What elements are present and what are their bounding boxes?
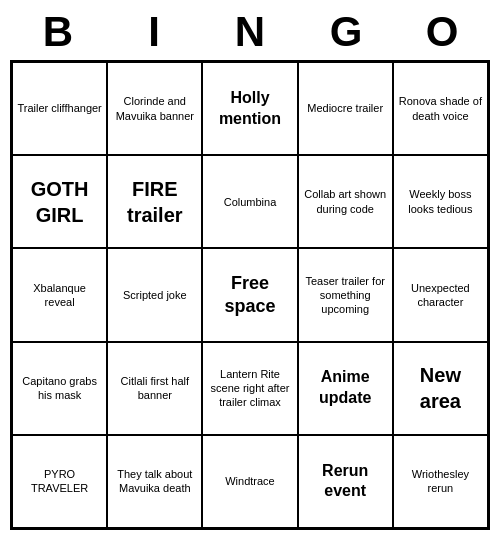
title-letter-b: B xyxy=(14,8,102,56)
bingo-cell-4[interactable]: Ronova shade of death voice xyxy=(393,62,488,155)
bingo-cell-22[interactable]: Windtrace xyxy=(202,435,297,528)
title-letter-o: O xyxy=(398,8,486,56)
title-letter-g: G xyxy=(302,8,390,56)
bingo-grid: Trailer cliffhangerClorinde and Mavuika … xyxy=(10,60,490,530)
bingo-cell-11[interactable]: Scripted joke xyxy=(107,248,202,341)
bingo-cell-13[interactable]: Teaser trailer for something upcoming xyxy=(298,248,393,341)
bingo-cell-17[interactable]: Lantern Rite scene right after trailer c… xyxy=(202,342,297,435)
bingo-cell-18[interactable]: Anime update xyxy=(298,342,393,435)
bingo-cell-15[interactable]: Capitano grabs his mask xyxy=(12,342,107,435)
title-letter-n: N xyxy=(206,8,294,56)
bingo-cell-7[interactable]: Columbina xyxy=(202,155,297,248)
bingo-cell-3[interactable]: Mediocre trailer xyxy=(298,62,393,155)
bingo-cell-12[interactable]: Free space xyxy=(202,248,297,341)
bingo-cell-14[interactable]: Unexpected character xyxy=(393,248,488,341)
bingo-cell-1[interactable]: Clorinde and Mavuika banner xyxy=(107,62,202,155)
bingo-cell-20[interactable]: PYRO TRAVELER xyxy=(12,435,107,528)
bingo-cell-21[interactable]: They talk about Mavuika death xyxy=(107,435,202,528)
bingo-cell-6[interactable]: FIRE trailer xyxy=(107,155,202,248)
title-letter-i: I xyxy=(110,8,198,56)
bingo-cell-9[interactable]: Weekly boss looks tedious xyxy=(393,155,488,248)
bingo-cell-16[interactable]: Citlali first half banner xyxy=(107,342,202,435)
bingo-cell-19[interactable]: New area xyxy=(393,342,488,435)
bingo-title: B I N G O xyxy=(10,0,490,60)
bingo-cell-8[interactable]: Collab art shown during code xyxy=(298,155,393,248)
bingo-cell-23[interactable]: Rerun event xyxy=(298,435,393,528)
bingo-cell-0[interactable]: Trailer cliffhanger xyxy=(12,62,107,155)
bingo-cell-24[interactable]: Wriothesley rerun xyxy=(393,435,488,528)
bingo-cell-2[interactable]: Holly mention xyxy=(202,62,297,155)
bingo-cell-10[interactable]: Xbalanque reveal xyxy=(12,248,107,341)
bingo-cell-5[interactable]: GOTH GIRL xyxy=(12,155,107,248)
